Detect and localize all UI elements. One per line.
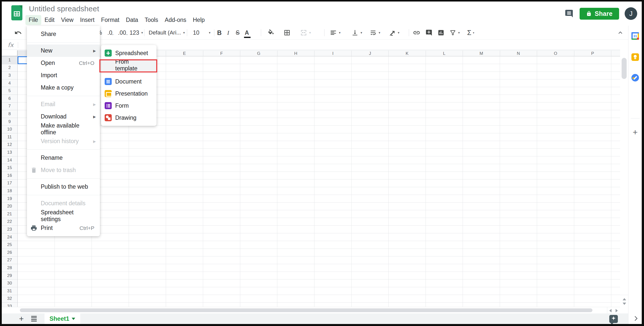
filter-button[interactable]: ▼ bbox=[450, 26, 460, 40]
font-size-select[interactable]: 10▼ bbox=[191, 26, 211, 40]
row-header-1[interactable]: 1 bbox=[2, 56, 17, 64]
font-family-select[interactable]: Default (Ari...▼ bbox=[149, 26, 185, 40]
row-header-11[interactable]: 11 bbox=[2, 133, 17, 141]
row-header-28[interactable]: 28 bbox=[2, 264, 17, 272]
file-menu-item-import[interactable]: Import bbox=[27, 69, 100, 82]
select-all-corner[interactable] bbox=[2, 50, 18, 56]
bold-button[interactable]: B bbox=[217, 26, 222, 40]
row-header-22[interactable]: 22 bbox=[2, 218, 17, 226]
file-menu-item-rename[interactable]: Rename bbox=[27, 152, 100, 164]
row-header-32[interactable]: 32 bbox=[2, 295, 17, 303]
sheet-tab-menu-caret[interactable] bbox=[72, 318, 75, 320]
column-header-e[interactable]: E bbox=[166, 51, 203, 56]
strikethrough-button[interactable]: S bbox=[236, 26, 239, 40]
column-header-l[interactable]: L bbox=[426, 51, 463, 56]
get-addons-button[interactable]: + bbox=[631, 128, 639, 136]
file-menu-item-share[interactable]: Share bbox=[27, 28, 100, 40]
share-button[interactable]: Share bbox=[580, 8, 619, 20]
column-header-f[interactable]: F bbox=[203, 51, 240, 56]
column-header-k[interactable]: K bbox=[389, 51, 426, 56]
column-header-p[interactable]: P bbox=[574, 51, 612, 56]
row-header-10[interactable]: 10 bbox=[2, 126, 17, 133]
file-menu-item-download[interactable]: Download▶ bbox=[27, 110, 100, 123]
row-header-20[interactable]: 20 bbox=[2, 202, 17, 210]
decrease-decimal-button[interactable]: .0← bbox=[107, 26, 114, 40]
row-header-27[interactable]: 27 bbox=[2, 257, 17, 264]
file-menu-item-new[interactable]: New▶ bbox=[27, 45, 100, 57]
row-header-25[interactable]: 25 bbox=[2, 241, 17, 249]
menubar-item-tools[interactable]: Tools bbox=[141, 15, 162, 25]
file-menu-item-make-available-offline[interactable]: Make available offline bbox=[27, 123, 100, 135]
file-menu-item-make-a-copy[interactable]: Make a copy bbox=[27, 82, 100, 94]
sheet-tab-sheet1[interactable]: Sheet1 bbox=[45, 313, 80, 324]
row-header-17[interactable]: 17 bbox=[2, 180, 17, 187]
menubar-item-data[interactable]: Data bbox=[123, 15, 142, 25]
text-rotation-button[interactable]: ▼ bbox=[389, 26, 400, 40]
file-menu-item-open[interactable]: OpenCtrl+O bbox=[27, 57, 100, 69]
row-header-3[interactable]: 3 bbox=[2, 72, 17, 79]
scroll-up-arrow[interactable] bbox=[623, 298, 626, 300]
row-header-33[interactable]: 33 bbox=[2, 303, 17, 307]
document-title[interactable]: Untitled spreadsheet bbox=[29, 5, 99, 13]
horizontal-scrollbar-thumb[interactable] bbox=[20, 308, 592, 312]
insert-link-button[interactable] bbox=[413, 26, 420, 40]
menubar-item-file[interactable]: File bbox=[25, 15, 41, 25]
column-header-i[interactable]: I bbox=[314, 51, 352, 56]
row-header-30[interactable]: 30 bbox=[2, 279, 17, 287]
row-header-16[interactable]: 16 bbox=[2, 172, 17, 180]
column-header-m[interactable]: M bbox=[463, 51, 500, 56]
submenu-item-drawing[interactable]: Drawing bbox=[101, 112, 156, 124]
row-header-23[interactable]: 23 bbox=[2, 226, 17, 233]
row-header-21[interactable]: 21 bbox=[2, 210, 17, 218]
file-menu-item-move-to-trash[interactable]: Move to trash bbox=[27, 164, 100, 176]
menubar-item-add-ons[interactable]: Add-ons bbox=[162, 15, 190, 25]
column-header-j[interactable]: J bbox=[352, 51, 389, 56]
row-header-26[interactable]: 26 bbox=[2, 249, 17, 257]
row-header-8[interactable]: 8 bbox=[2, 110, 17, 118]
avatar[interactable]: J bbox=[625, 7, 637, 20]
keep-icon[interactable] bbox=[631, 53, 639, 61]
horizontal-align-button[interactable]: ▼ bbox=[330, 26, 341, 40]
file-menu-item-publish-to-the-web[interactable]: Publish to the web bbox=[27, 181, 100, 193]
row-header-12[interactable]: 12 bbox=[2, 141, 17, 149]
borders-button[interactable] bbox=[284, 26, 291, 40]
increase-decimal-button[interactable]: .00→ bbox=[118, 26, 128, 40]
menubar-item-help[interactable]: Help bbox=[189, 15, 208, 25]
file-menu-item-spreadsheet-settings[interactable]: Spreadsheet settings bbox=[27, 210, 100, 222]
scroll-down-arrow[interactable] bbox=[623, 303, 626, 305]
text-wrap-button[interactable]: ▼ bbox=[370, 26, 381, 40]
open-comment-history-button[interactable] bbox=[564, 9, 574, 19]
submenu-item-spreadsheet[interactable]: Spreadsheet bbox=[101, 47, 156, 59]
row-header-15[interactable]: 15 bbox=[2, 164, 17, 172]
insert-chart-button[interactable] bbox=[437, 26, 445, 40]
file-menu-item-version-history[interactable]: Version history▶ bbox=[27, 135, 100, 147]
column-header-g[interactable]: G bbox=[240, 51, 277, 56]
file-menu-item-print[interactable]: PrintCtrl+P bbox=[27, 222, 100, 234]
column-header-h[interactable]: H bbox=[277, 51, 315, 56]
row-header-4[interactable]: 4 bbox=[2, 79, 17, 87]
vertical-align-button[interactable]: ▼ bbox=[351, 26, 363, 40]
more-formats-button[interactable]: 123▼ bbox=[130, 26, 143, 40]
file-menu-item-document-details[interactable]: Document details bbox=[27, 197, 100, 210]
explore-button[interactable] bbox=[609, 315, 618, 323]
submenu-item-form[interactable]: Form bbox=[101, 100, 156, 112]
row-header-9[interactable]: 9 bbox=[2, 118, 17, 126]
column-header-n[interactable]: N bbox=[500, 51, 537, 56]
submenu-item-document[interactable]: Document bbox=[101, 75, 156, 88]
menubar-item-edit[interactable]: Edit bbox=[41, 15, 58, 25]
row-header-29[interactable]: 29 bbox=[2, 272, 17, 280]
row-header-24[interactable]: 24 bbox=[2, 233, 17, 241]
row-header-18[interactable]: 18 bbox=[2, 187, 17, 195]
italic-button[interactable]: I bbox=[227, 26, 229, 40]
menubar-item-insert[interactable]: Insert bbox=[77, 15, 98, 25]
row-header-5[interactable]: 5 bbox=[2, 87, 17, 95]
row-header-19[interactable]: 19 bbox=[2, 195, 17, 203]
google-sheets-logo[interactable] bbox=[11, 5, 22, 20]
all-sheets-button[interactable] bbox=[29, 314, 38, 323]
hide-toolbar-button[interactable] bbox=[616, 29, 625, 36]
file-menu-item-email[interactable]: Email▶ bbox=[27, 98, 100, 110]
scroll-left-arrow[interactable] bbox=[609, 309, 612, 312]
vertical-scrollbar-thumb[interactable] bbox=[622, 58, 627, 79]
tasks-icon[interactable] bbox=[631, 74, 639, 82]
undo-button[interactable] bbox=[14, 26, 22, 40]
